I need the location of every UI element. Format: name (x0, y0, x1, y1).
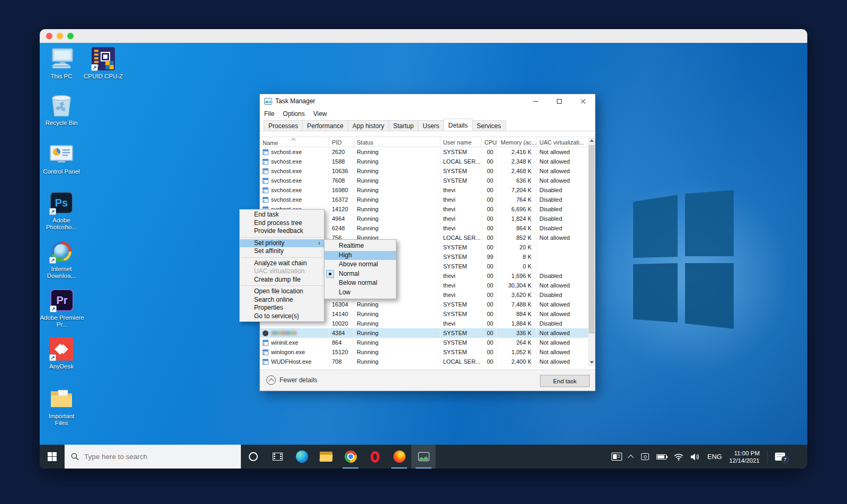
table-row[interactable]: wininit.exe864RunningSYSTEM00264 KNot al… (260, 338, 589, 347)
table-scrollbar[interactable] (588, 137, 595, 366)
context-menu-item-set-affinity[interactable]: Set affinity (240, 247, 324, 256)
cell-cpu: 00 (482, 242, 497, 252)
scroll-up-button[interactable] (588, 137, 595, 145)
wifi-icon[interactable] (674, 453, 683, 461)
table-row[interactable]: winlogon.exe15120RunningSYSTEM001,052 KN… (260, 347, 589, 357)
minimize-button[interactable] (524, 94, 547, 108)
fewer-details-button[interactable]: Fewer details (266, 375, 317, 385)
table-row[interactable]: svchost.exe10636RunningSYSTEM002,468 KNo… (260, 166, 589, 176)
column-header-name[interactable]: Name (260, 137, 329, 147)
cell-cpu: 00 (482, 185, 497, 195)
priority-option-below-normal[interactable]: Below normal (325, 278, 396, 288)
task-view-button[interactable] (265, 445, 290, 469)
desktop-icon-label: Important Files (43, 413, 80, 427)
desktop-icon-this-pc[interactable]: This PC (43, 46, 80, 80)
context-menu-item-open-file-location[interactable]: Open file location (240, 287, 324, 296)
chrome-icon (345, 451, 357, 463)
context-menu-item-provide-feedback[interactable]: Provide feedback (240, 227, 324, 236)
tab-startup[interactable]: Startup (389, 120, 419, 131)
news-widget-icon[interactable] (611, 453, 622, 461)
menu-view[interactable]: View (313, 110, 327, 118)
tab-performance[interactable]: Performance (302, 120, 348, 131)
context-menu-item-end-task[interactable]: End task (240, 211, 324, 219)
tab-users[interactable]: Users (418, 120, 444, 131)
desktop-icon-folder[interactable]: Important Files (43, 386, 80, 427)
menu-file[interactable]: File (264, 110, 274, 118)
search-input[interactable] (84, 453, 217, 461)
cell-cpu: 00 (482, 338, 497, 347)
chrome-button[interactable] (338, 445, 363, 469)
context-menu-item-go-to-service-s-[interactable]: Go to service(s) (240, 312, 324, 321)
context-menu-item-search-online[interactable]: Search online (240, 296, 324, 304)
context-menu-item-set-priority[interactable]: Set priority› (240, 239, 324, 248)
table-row[interactable]: 4384RunningSYSTEM00336 KNot allowed (260, 328, 589, 338)
firefox-button[interactable] (387, 445, 411, 469)
priority-option-high[interactable]: High (325, 251, 396, 260)
taskbar-clock[interactable]: 11:00 PM 12/14/2021 (729, 449, 760, 464)
priority-option-above-normal[interactable]: Above normal (325, 260, 396, 269)
opera-button[interactable] (363, 445, 387, 469)
end-task-button[interactable]: End task (540, 375, 590, 387)
desktop-icon-cpuz[interactable]: ↗CPUID CPU-Z (80, 46, 127, 80)
start-button[interactable] (40, 445, 65, 469)
desktop-icon-idm[interactable]: ↗Internet Downloa... (43, 239, 80, 280)
maximize-button[interactable] (547, 94, 571, 108)
minimize-traffic-light[interactable] (57, 33, 63, 39)
context-menu-item-analyze-wait-chain[interactable]: Analyze wait chain (240, 259, 324, 268)
edge-button[interactable] (290, 445, 314, 469)
zoom-traffic-light[interactable] (67, 33, 74, 39)
table-row[interactable]: svchost.exe1588RunningLOCAL SER...002,34… (260, 157, 589, 166)
tray-app-icon[interactable] (641, 453, 649, 460)
column-header-uac[interactable]: UAC virtualizati... (537, 137, 589, 147)
table-row[interactable]: svchost.exe7608RunningSYSTEM00636 KNot a… (260, 176, 589, 185)
volume-icon[interactable] (691, 453, 700, 461)
task-manager-titlebar[interactable]: Task Manager (260, 94, 595, 108)
table-row[interactable]: WUDFHost.exe708RunningLOCAL SER...002,40… (260, 357, 589, 366)
tab-app-history[interactable]: App history (348, 120, 389, 131)
running-indicator (416, 467, 431, 469)
cell-mem: 884 K (497, 309, 537, 319)
notification-center-icon[interactable]: 7 (775, 453, 785, 461)
cell-user: thevi (440, 223, 482, 233)
priority-option-normal[interactable]: Normal (325, 269, 396, 279)
table-row[interactable]: svchost.exe2620RunningSYSTEM002,416 KNot… (260, 147, 589, 157)
desktop-icon-recycle-bin[interactable]: Recycle Bin (43, 93, 80, 127)
context-menu-item-end-process-tree[interactable]: End process tree (240, 219, 324, 228)
column-header-cpu[interactable]: CPU (482, 137, 497, 147)
scroll-down-button[interactable] (588, 358, 595, 366)
task-manager-taskbar-button[interactable] (411, 445, 436, 469)
column-header-memory[interactable]: Memory (ac... (497, 137, 537, 147)
priority-option-realtime[interactable]: Realtime (325, 241, 396, 251)
folder-icon (50, 388, 73, 409)
battery-icon[interactable] (656, 454, 666, 460)
scrollbar-thumb[interactable] (589, 145, 594, 334)
desktop-icon-premiere[interactable]: Pr↗Adobe Premiere Pr... (40, 287, 84, 328)
tray-expand-chevron-icon[interactable] (628, 454, 634, 460)
cell-status: Running (354, 347, 440, 357)
file-explorer-button[interactable] (314, 445, 338, 469)
table-row[interactable]: svchost.exe16372Runningthevi00764 KDisab… (260, 195, 589, 204)
taskbar-search[interactable] (65, 445, 241, 469)
tab-processes[interactable]: Processes (264, 120, 303, 131)
context-menu-item-uac-virtualization[interactable]: UAC virtualization (240, 267, 324, 276)
desktop-icon-control-panel[interactable]: Control Panel (43, 141, 80, 175)
cell-status: Running (354, 157, 440, 166)
column-header-user[interactable]: User name (440, 137, 482, 147)
close-traffic-light[interactable] (46, 33, 52, 39)
column-header-status[interactable]: Status (354, 137, 440, 147)
cell-user: SYSTEM (440, 338, 482, 347)
menu-options[interactable]: Options (283, 110, 304, 118)
column-header-pid[interactable]: PID (329, 137, 354, 147)
desktop-icon-anydesk[interactable]: ↗AnyDesk (43, 336, 80, 370)
cell-user: thevi (440, 281, 482, 290)
table-row[interactable]: svchost.exe16980Runningthevi007,204 KDis… (260, 185, 589, 195)
priority-option-low[interactable]: Low (325, 288, 396, 298)
cortana-button[interactable] (241, 445, 265, 469)
context-menu-item-create-dump-file[interactable]: Create dump file (240, 276, 324, 284)
desktop-icon-photoshop[interactable]: Ps↗Adobe Photosho... (43, 190, 80, 231)
tab-services[interactable]: Services (472, 120, 506, 131)
tab-details[interactable]: Details (444, 119, 473, 131)
language-indicator[interactable]: ENG (707, 453, 722, 461)
context-menu-item-properties[interactable]: Properties (240, 304, 324, 312)
close-button[interactable] (571, 94, 595, 108)
